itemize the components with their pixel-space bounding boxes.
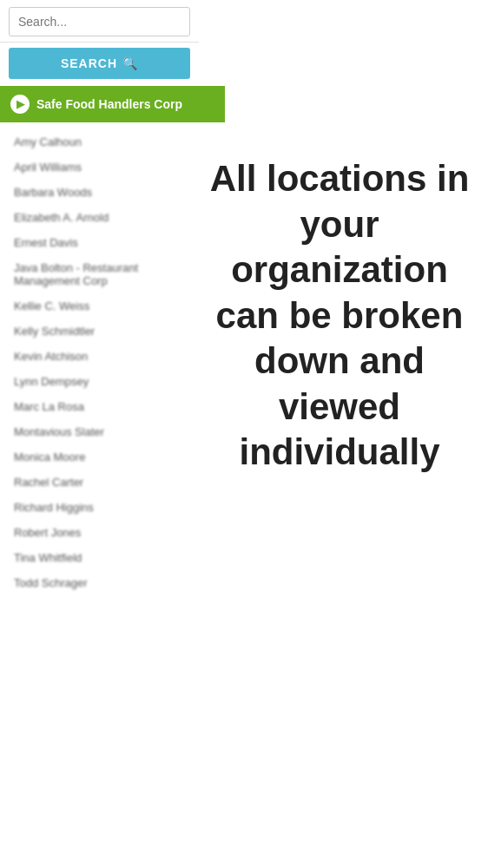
- main-container: SEARCH 🔍 ▶ Safe Food Handlers Corp Amy C…: [0, 0, 488, 868]
- org-icon: ▶: [10, 95, 30, 114]
- list-item[interactable]: Amy Calhoun: [0, 129, 199, 155]
- list-item[interactable]: Montavious Slater: [0, 419, 199, 444]
- search-button-label: SEARCH: [61, 56, 117, 70]
- list-item[interactable]: Elizabeth A. Arnold: [0, 205, 199, 230]
- list-item[interactable]: Tina Whitfield: [0, 545, 199, 570]
- org-label: Safe Food Handlers Corp: [36, 97, 182, 111]
- list-item[interactable]: Rachel Carter: [0, 470, 199, 495]
- list-item[interactable]: Monica Moore: [0, 444, 199, 470]
- org-item[interactable]: ▶ Safe Food Handlers Corp: [0, 86, 225, 122]
- org-icon-arrow: ▶: [16, 98, 24, 110]
- list-item[interactable]: Kelly Schmidtler: [0, 319, 199, 344]
- list-item[interactable]: Kellie C. Weiss: [0, 293, 199, 319]
- names-list: Amy CalhounApril WilliamsBarbara WoodsEl…: [0, 126, 199, 599]
- list-item[interactable]: Marc La Rosa: [0, 394, 199, 419]
- overlay-message: All locations in your organization can b…: [200, 156, 479, 476]
- overlay-text: All locations in your organization can b…: [191, 156, 488, 476]
- list-item[interactable]: Lynn Dempsey: [0, 369, 199, 394]
- list-item[interactable]: Richard Higgins: [0, 495, 199, 520]
- list-item[interactable]: Kevin Atchison: [0, 344, 199, 369]
- list-item[interactable]: Barbara Woods: [0, 180, 199, 205]
- search-button-area: SEARCH 🔍: [0, 43, 199, 86]
- list-item[interactable]: Todd Schrager: [0, 570, 199, 595]
- list-item[interactable]: Ernest Davis: [0, 230, 199, 255]
- list-item[interactable]: Robert Jones: [0, 520, 199, 545]
- list-item[interactable]: April Williams: [0, 155, 199, 180]
- list-item[interactable]: Java Bolton - Restaurant Management Corp: [0, 255, 199, 293]
- search-input[interactable]: [9, 7, 190, 36]
- search-icon: 🔍: [122, 56, 138, 70]
- search-area: [0, 0, 199, 43]
- search-button[interactable]: SEARCH 🔍: [9, 48, 190, 79]
